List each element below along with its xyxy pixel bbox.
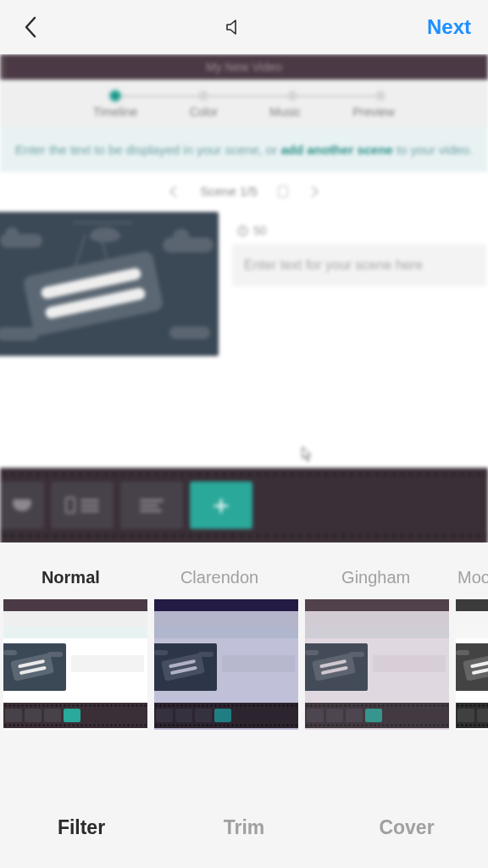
step-color[interactable]: Color (190, 105, 218, 119)
timeline-clip[interactable] (51, 481, 114, 529)
cursor-icon (302, 446, 313, 463)
speaker-icon (225, 18, 243, 36)
filter-thumb-clarendon[interactable] (154, 599, 298, 730)
bottom-tab-bar: Filter Trim Cover (0, 787, 488, 868)
filter-thumb-normal[interactable] (3, 599, 147, 730)
sound-toggle-button[interactable] (224, 17, 244, 37)
filter-option-gingham[interactable]: Gingham (297, 568, 454, 587)
video-preview: My New Video Timeline Color Music Previe… (0, 54, 488, 542)
svg-marker-0 (227, 20, 236, 34)
svg-rect-3 (242, 228, 243, 229)
char-limit: 50 (237, 224, 488, 237)
wizard-steps: Timeline Color Music Preview (0, 80, 488, 127)
next-button[interactable]: Next (427, 15, 471, 39)
tab-trim[interactable]: Trim (163, 816, 325, 839)
delete-scene-button[interactable] (278, 186, 288, 198)
hint-banner: Enter the text to be displayed in your s… (0, 127, 488, 172)
timeline-clip[interactable] (120, 481, 183, 529)
back-button[interactable] (20, 17, 41, 37)
step-preview[interactable]: Preview (352, 105, 395, 119)
svg-marker-4 (302, 447, 311, 461)
step-music[interactable]: Music (269, 105, 301, 119)
next-scene-button[interactable] (307, 185, 319, 197)
add-clip-button[interactable]: + (190, 481, 252, 529)
filter-option-moon[interactable]: Moon (454, 568, 488, 587)
chevron-left-icon (23, 15, 38, 39)
filter-thumb-gingham[interactable] (305, 599, 449, 730)
scene-text-input[interactable]: Enter text for your scene here (232, 244, 486, 287)
scene-counter: Scene 1/5 (200, 184, 258, 198)
tab-cover[interactable]: Cover (325, 816, 488, 839)
info-icon (237, 225, 248, 236)
filter-thumb-moon[interactable] (456, 599, 488, 730)
filter-thumbnails[interactable] (0, 599, 488, 730)
step-timeline[interactable]: Timeline (93, 105, 137, 119)
filter-option-clarendon[interactable]: Clarendon (141, 568, 298, 587)
filter-option-normal[interactable]: Normal (0, 568, 141, 587)
scene-nav: Scene 1/5 (0, 172, 488, 207)
tab-filter[interactable]: Filter (0, 816, 163, 839)
prev-scene-button[interactable] (169, 185, 181, 197)
timeline-clip[interactable] (0, 481, 44, 529)
add-scene-link[interactable]: add another scene (280, 142, 393, 157)
scene-illustration (0, 212, 219, 356)
project-title-bar: My New Video (0, 54, 488, 80)
top-navbar: Next (0, 0, 488, 54)
svg-rect-2 (242, 230, 243, 233)
timeline-strip[interactable]: + (0, 468, 488, 542)
filter-picker: Normal Clarendon Gingham Moon (0, 568, 488, 730)
